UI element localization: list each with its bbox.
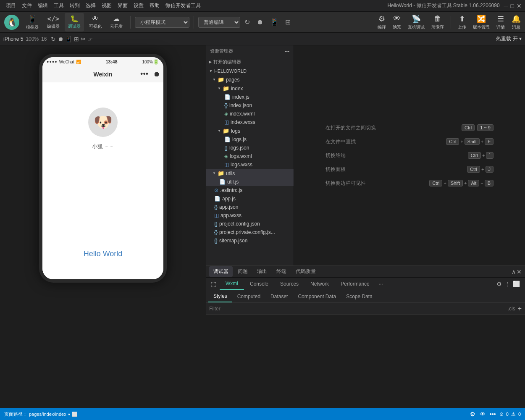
status-more-icon[interactable]: ••• [490, 411, 496, 417]
style-tab-component-data[interactable]: Component Data [293, 290, 341, 302]
menu-item-wechat[interactable]: 微信开发者工具 [163, 1, 203, 10]
compile-action[interactable]: ⚙ 编译 [378, 14, 386, 30]
compile-dropdown[interactable]: 普通编译 [198, 17, 240, 28]
menu-item-tools[interactable]: 工具 [51, 1, 66, 10]
page-path-arrow: ▾ [68, 412, 70, 417]
cloud-btn[interactable]: ☁ 云开发 [107, 13, 126, 32]
index-wxml-file[interactable]: ◈ index.wxml [206, 110, 294, 118]
status-view-icon[interactable]: 👁 [480, 411, 486, 417]
add-style-icon[interactable]: + [518, 305, 522, 312]
index-js-file[interactable]: 📄 index.js [206, 93, 294, 101]
file-tree-more[interactable]: ••• [284, 49, 289, 54]
status-settings-icon[interactable]: ⚙ [470, 411, 475, 417]
maximize-button[interactable]: □ [511, 3, 514, 9]
debug-tab-quality[interactable]: 代码质量 [291, 266, 320, 277]
filter-input[interactable] [209, 306, 505, 312]
nav-more-icon[interactable]: ••• [140, 70, 148, 79]
index-wxss-file[interactable]: ◫ index.wxss [206, 118, 294, 126]
index-json-file[interactable]: {} index.json [206, 101, 294, 110]
menu-item-file[interactable]: 文件 [19, 1, 34, 10]
clear-cache-action[interactable]: 🗑 清缓存 [431, 14, 444, 30]
panel-tab-more[interactable]: ··· [375, 278, 386, 290]
debug-close-btn[interactable]: ✕ [517, 268, 522, 275]
scissor-icon[interactable]: ✂ [81, 36, 86, 42]
devtools-settings-icon[interactable]: ⚙ [496, 281, 502, 287]
phone-icon[interactable]: 📱 [65, 36, 72, 42]
menu-item-interface[interactable]: 界面 [115, 1, 130, 10]
record-icon[interactable]: ⏺ [58, 36, 63, 42]
version-action[interactable]: 🔀 版本管理 [473, 14, 490, 30]
logs-json-file[interactable]: {} logs.json [206, 144, 294, 152]
minimize-button[interactable]: ─ [504, 3, 508, 9]
app-js-file[interactable]: 📄 app.js [206, 194, 294, 203]
style-tab-styles[interactable]: Styles [208, 290, 232, 302]
refresh-icon[interactable]: ↻ [51, 36, 56, 42]
mode-dropdown[interactable]: 小程序模式 [135, 17, 189, 28]
helloworld-section[interactable]: ▼ HELLOWORLD [206, 67, 294, 75]
cursor-icon[interactable]: ☞ [87, 36, 93, 42]
cls-label[interactable]: .cls [508, 306, 515, 312]
debugger-btn[interactable]: 🐛 调试器 [65, 13, 84, 32]
sitemap-file[interactable]: {} sitemap.json [206, 236, 294, 245]
copy-path-icon[interactable]: ⬜ [72, 412, 78, 417]
panel-tab-network[interactable]: Network [304, 278, 335, 290]
menu-item-view[interactable]: 视图 [99, 1, 114, 10]
device-select[interactable]: iPhone 5 [3, 36, 23, 42]
page-path-dropdown[interactable]: pages/index/index [29, 412, 66, 417]
phone-btn[interactable]: 📱 [268, 16, 281, 28]
pages-folder[interactable]: ▼ 📁 pages [206, 75, 294, 84]
debug-tab-output[interactable]: 输出 [253, 266, 271, 277]
devtools-copy-icon[interactable]: ⬜ [513, 281, 520, 287]
upload-action[interactable]: ⬆ 上传 [458, 14, 466, 30]
menu-item-goto[interactable]: 转到 [67, 1, 82, 10]
visualize-btn[interactable]: 👁 可视化 [86, 13, 105, 32]
close-button[interactable]: ✕ [517, 3, 522, 9]
project-private-file[interactable]: {} project.private.config.js... [206, 228, 294, 236]
logs-wxml-file[interactable]: ◈ logs.wxml [206, 152, 294, 160]
app-json-file[interactable]: {} app.json [206, 203, 294, 211]
logs-js-file[interactable]: 📄 logs.js [206, 135, 294, 144]
eslintrc-file[interactable]: ⊙ .eslintrc.js [206, 186, 294, 194]
hot-reload-toggle[interactable]: 热重载 开 ▾ [496, 35, 522, 42]
simulator-btn[interactable]: 📱 模拟器 [23, 13, 42, 32]
inspect-icon[interactable]: ⬚ [207, 278, 220, 290]
style-tab-scope-data[interactable]: Scope Data [341, 290, 378, 302]
panel-tab-wxml[interactable]: Wxml [220, 278, 244, 290]
open-editors-section[interactable]: ▶ 打开的编辑器 [206, 57, 294, 67]
index-folder[interactable]: ▼ 📁 index [206, 84, 294, 93]
app-wxss-file[interactable]: ◫ app.wxss [206, 211, 294, 220]
util-js-file[interactable]: 📄 util.js [206, 178, 294, 186]
utils-folder[interactable]: ▼ 📁 utils [206, 169, 294, 178]
devtools-more-icon[interactable]: ⋮ [504, 281, 510, 287]
debug-tab-debugger[interactable]: 调试器 [209, 266, 233, 277]
nav-record-icon[interactable]: ⏺ [153, 71, 160, 78]
editor-btn[interactable]: </> 编辑器 [44, 13, 63, 32]
debug-tab-terminal[interactable]: 终端 [272, 266, 291, 277]
logs-folder[interactable]: ▼ 📁 logs [206, 126, 294, 135]
refresh-btn[interactable]: ↻ [242, 16, 252, 28]
style-tab-computed[interactable]: Computed [232, 290, 265, 302]
detail-action[interactable]: ☰ 详情 [496, 14, 505, 30]
menu-item-help[interactable]: 帮助 [147, 1, 162, 10]
helloworld-label: HELLOWORLD [214, 68, 247, 74]
debug-tab-issues[interactable]: 问题 [234, 266, 252, 277]
stop-btn[interactable]: ⏺ [254, 17, 266, 28]
project-config-file[interactable]: {} project.config.json [206, 220, 294, 228]
panel-tab-console[interactable]: Console [244, 278, 274, 290]
menu-item-settings[interactable]: 设置 [131, 1, 146, 10]
menu-item-edit[interactable]: 编辑 [35, 1, 50, 10]
debug-collapse-btn[interactable]: ∧ [512, 268, 516, 275]
filter-bar: .cls + [206, 303, 525, 315]
panel-tab-sources[interactable]: Sources [274, 278, 304, 290]
message-action[interactable]: 🔔 消息 [512, 14, 521, 30]
logs-wxss-file[interactable]: ◫ logs.wxss [206, 160, 294, 169]
split-icon[interactable]: ⊞ [74, 36, 79, 42]
preview-action[interactable]: 👁 预览 [393, 14, 401, 30]
style-tab-dataset[interactable]: Dataset [265, 290, 293, 302]
split-btn[interactable]: ⊞ [283, 16, 293, 28]
panel-tab-performance[interactable]: Performance [335, 278, 375, 290]
menu-item-select[interactable]: 选择 [83, 1, 98, 10]
menu-item-project[interactable]: 项目 [3, 1, 18, 10]
real-test-action[interactable]: 📡 真机调试 [408, 14, 425, 30]
status-bar: 页面路径： pages/index/index ▾ ⬜ ⚙ 👁 ••• ⊘ 0 … [0, 408, 525, 420]
